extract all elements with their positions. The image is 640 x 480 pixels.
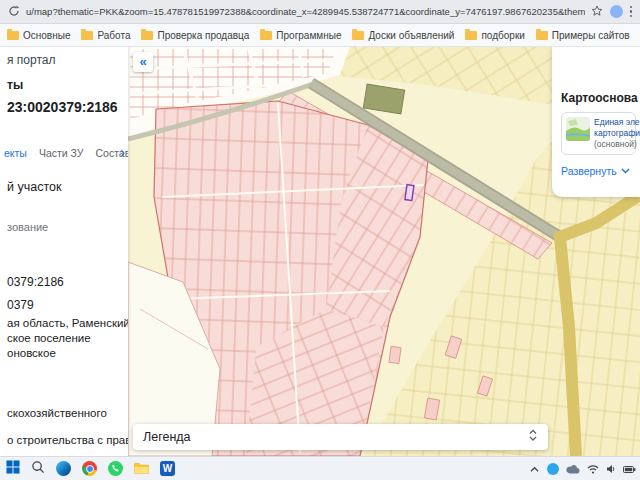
tray-app-icon[interactable] <box>547 463 559 475</box>
layer-name-line: картографи <box>594 128 640 139</box>
desktop: u/map?thematic=PKK&zoom=15.4787815199723… <box>0 0 640 480</box>
url-text[interactable]: u/map?thematic=PKK&zoom=15.4787815199723… <box>26 6 585 17</box>
basemap-layer-card[interactable]: Единая эле картографи (основной) <box>561 112 636 155</box>
edge-icon[interactable] <box>56 461 71 476</box>
legend-label: Легенда <box>143 430 528 444</box>
search-icon[interactable] <box>31 460 45 478</box>
portal-title: я портал <box>7 53 55 67</box>
bookmarks-bar: Основные Работа Проверка продавца Програ… <box>0 24 640 47</box>
section-title: ты <box>7 78 23 92</box>
tray-chevron-up-icon[interactable] <box>529 460 540 478</box>
bookmark-folder[interactable]: Основные <box>7 30 70 41</box>
chrome-icon[interactable] <box>82 461 97 476</box>
bookmark-label: Программные <box>276 30 341 41</box>
info-line: оновское <box>7 347 56 359</box>
volume-icon[interactable] <box>606 460 616 478</box>
legend-dropdown[interactable]: Легенда <box>133 424 548 450</box>
folder-icon <box>465 31 477 40</box>
folder-icon <box>260 31 272 40</box>
file-explorer-icon[interactable] <box>134 460 149 478</box>
tab-objects[interactable]: екты <box>4 147 27 159</box>
layer-name-line: (основной) <box>594 139 640 150</box>
info-line: ая область, Раменский <box>7 317 128 329</box>
word-icon[interactable]: W <box>160 461 175 476</box>
folder-icon <box>536 31 548 40</box>
folder-icon <box>7 31 19 40</box>
folder-icon <box>81 31 93 40</box>
whatsapp-icon[interactable] <box>108 461 123 476</box>
bookmark-folder[interactable]: Работа <box>81 30 130 41</box>
folder-icon <box>141 31 153 40</box>
basemap-thumbnail <box>566 117 590 141</box>
bookmark-folder[interactable]: Доски объявлений <box>352 30 454 41</box>
info-line: зование <box>7 221 48 233</box>
basemap-panel: Картооснова Единая эле картографи (основ… <box>552 47 640 197</box>
object-tabs: екты Части ЗУ Состав <box>4 147 110 159</box>
bookmark-folder[interactable]: Программные <box>260 30 341 41</box>
layer-name-line: Единая эле <box>594 117 640 128</box>
system-tray <box>529 460 636 478</box>
cadastral-info-panel: я портал ты 23:0020379:2186 екты Части З… <box>0 47 128 456</box>
onedrive-cloud-icon[interactable] <box>566 460 580 478</box>
profile-avatar[interactable] <box>610 5 623 18</box>
info-line: ское поселение <box>7 332 91 344</box>
bookmark-folder[interactable]: Примеры сайтов <box>536 30 630 41</box>
chevron-down-icon <box>621 168 630 174</box>
selected-parcel[interactable] <box>405 185 414 201</box>
bookmark-label: подборки <box>481 30 524 41</box>
tabs-scroll-arrow[interactable]: › <box>120 144 125 160</box>
bookmark-star-icon[interactable] <box>591 3 603 21</box>
bookmark-label: Основные <box>23 30 70 41</box>
bookmark-folder[interactable]: Проверка продавца <box>141 30 249 41</box>
bookmark-label: Примеры сайтов <box>552 30 630 41</box>
battery-icon[interactable] <box>623 460 636 478</box>
select-arrows-icon <box>528 428 538 446</box>
basemap-layer-name: Единая эле картографи (основной) <box>594 117 640 150</box>
cadastral-number: 23:0020379:2186 <box>7 99 118 115</box>
taskbar: W <box>0 456 640 480</box>
info-line: 0379 <box>7 298 34 312</box>
expand-basemap-link[interactable]: Развернуть <box>561 165 636 177</box>
bookmark-label: Проверка продавца <box>157 30 249 41</box>
wifi-icon[interactable] <box>587 460 599 478</box>
info-line: скохозяйственного <box>7 407 107 419</box>
info-line: 0379:2186 <box>7 275 64 289</box>
bookmark-folder[interactable]: подборки <box>465 30 524 41</box>
expand-label: Развернуть <box>561 165 617 177</box>
info-line: о строительства с правом <box>7 434 128 446</box>
basemap-title: Картооснова <box>561 91 636 105</box>
info-line: й участок <box>7 180 61 194</box>
bookmark-label: Работа <box>97 30 130 41</box>
start-button-icon[interactable] <box>6 460 20 478</box>
browser-url-bar[interactable]: u/map?thematic=PKK&zoom=15.4787815199723… <box>0 0 640 24</box>
collapse-panel-button[interactable]: « <box>133 52 153 72</box>
browser-menu-icon[interactable] <box>630 6 633 18</box>
reload-icon[interactable] <box>8 3 20 21</box>
folder-icon <box>352 31 364 40</box>
tab-parcel-parts[interactable]: Части ЗУ <box>39 147 84 159</box>
bookmark-label: Доски объявлений <box>368 30 454 41</box>
cadastral-map[interactable]: « Легенда Картооснова Единая эле картогр… <box>128 47 640 456</box>
